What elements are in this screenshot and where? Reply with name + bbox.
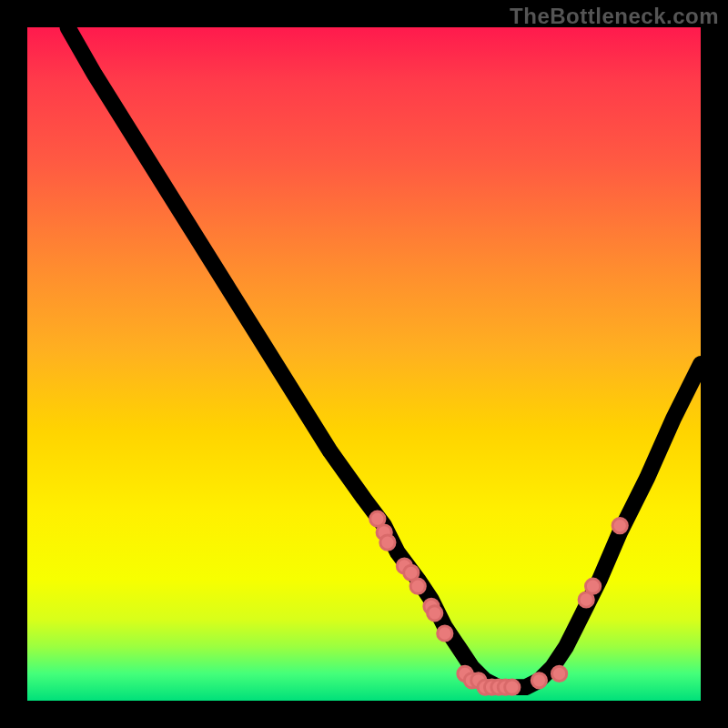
scatter-dot	[585, 579, 600, 593]
scatter-dot	[612, 518, 627, 532]
scatter-dots	[370, 511, 628, 694]
scatter-dot	[410, 579, 425, 593]
scatter-dot	[551, 666, 566, 681]
scatter-dot	[438, 626, 452, 641]
scatter-dot	[428, 606, 442, 621]
watermark-text: TheBottleneck.com	[510, 4, 719, 29]
chart-stage: TheBottleneck.com	[0, 0, 728, 728]
chart-svg	[27, 27, 701, 701]
plot-area	[27, 27, 701, 701]
scatter-dot	[531, 673, 546, 688]
scatter-dot	[380, 535, 395, 550]
bottleneck-curve	[67, 27, 701, 687]
scatter-dot	[505, 680, 520, 694]
